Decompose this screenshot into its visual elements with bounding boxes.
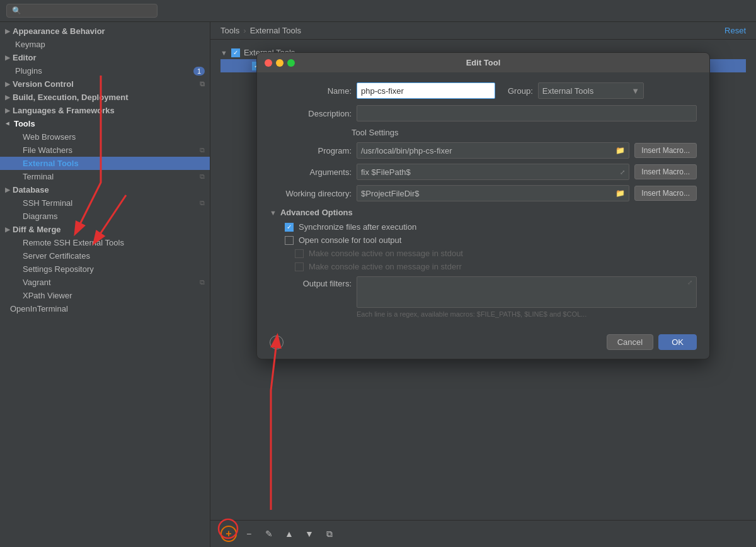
- program-input-wrap: /usr/local/bin/php-cs-fixer 📁 Insert Mac…: [357, 142, 697, 159]
- sidebar-item-label-web-browsers: Web Browsers: [23, 132, 76, 142]
- sync-files-label: Synchronize files after execution: [299, 222, 416, 232]
- make-active-stderr-row: Make console active on message in stderr: [270, 262, 697, 271]
- expand-arrow-lang: ▶: [5, 107, 10, 114]
- description-input[interactable]: [357, 105, 697, 121]
- sidebar-item-label-openinterminal: OpenInTerminal: [10, 304, 68, 313]
- move-down-button[interactable]: ▼: [301, 526, 318, 542]
- sidebar-item-label-external-tools: External Tools: [23, 159, 79, 168]
- sidebar-item-web-browsers[interactable]: Web Browsers: [0, 130, 210, 144]
- expand-arrow-tools: ▼: [4, 121, 11, 127]
- sync-files-row: Synchronize files after execution: [270, 222, 697, 232]
- cancel-button[interactable]: Cancel: [607, 334, 653, 350]
- sidebar-item-diagrams[interactable]: Diagrams: [0, 210, 210, 223]
- main-layout: ▶ Appearance & Behavior Keymap ▶ Editor …: [0, 22, 756, 547]
- sidebar-item-ssh-terminal[interactable]: SSH Terminal ⧉: [0, 196, 210, 210]
- sidebar-item-version-control[interactable]: ▶ Version Control ⧉: [0, 77, 210, 91]
- sidebar-item-build[interactable]: ▶ Build, Execution, Deployment: [0, 91, 210, 104]
- arguments-insert-macro-button[interactable]: Insert Macro...: [634, 164, 697, 179]
- help-button[interactable]: ?: [270, 336, 284, 349]
- close-button[interactable]: [265, 59, 272, 67]
- ok-button[interactable]: OK: [658, 334, 697, 350]
- sidebar-item-label-vagrant: Vagrant: [23, 278, 51, 287]
- name-group-row: Name: Group: External Tools ▼: [270, 82, 697, 99]
- arguments-label: Arguments:: [270, 167, 352, 177]
- description-row: Description:: [270, 105, 697, 121]
- expand-arrow-db: ▶: [5, 186, 10, 193]
- advanced-title: Advanced Options: [280, 208, 353, 217]
- sidebar-item-server-certs[interactable]: Server Certificates: [0, 249, 210, 262]
- edit-button[interactable]: ✎: [261, 526, 277, 542]
- breadcrumb-bar: Tools › External Tools Reset: [210, 22, 756, 40]
- make-active-stdout-checkbox[interactable]: [295, 249, 304, 258]
- sidebar-item-vagrant[interactable]: Vagrant ⧉: [0, 276, 210, 289]
- expand-arrow-vc: ▶: [5, 81, 10, 87]
- folder-icon-program: 📁: [616, 146, 625, 155]
- make-active-stderr-checkbox[interactable]: [295, 262, 304, 271]
- copy-button[interactable]: ⧉: [321, 526, 338, 542]
- sidebar-item-settings-repo[interactable]: Settings Repository: [0, 262, 210, 276]
- expand-icon-args: ⤢: [620, 169, 625, 176]
- sidebar-item-appearance[interactable]: ▶ Appearance & Behavior: [0, 25, 210, 38]
- sidebar-item-label-remote-ssh: Remote SSH External Tools: [23, 238, 124, 247]
- group-select[interactable]: External Tools ▼: [538, 82, 644, 99]
- sidebar-item-languages[interactable]: ▶ Languages & Frameworks: [0, 104, 210, 117]
- program-insert-macro-button[interactable]: Insert Macro...: [634, 143, 697, 158]
- sidebar-item-plugins[interactable]: Plugins 1: [0, 64, 210, 77]
- reset-button[interactable]: Reset: [724, 26, 746, 35]
- working-dir-insert-macro-button[interactable]: Insert Macro...: [634, 186, 697, 201]
- add-button[interactable]: +: [220, 526, 237, 542]
- sidebar-item-external-tools[interactable]: External Tools: [0, 157, 210, 170]
- sidebar-item-database[interactable]: ▶ Database: [0, 183, 210, 196]
- breadcrumb: Tools › External Tools: [220, 26, 301, 35]
- advanced-collapse-arrow: ▼: [270, 209, 277, 217]
- breadcrumb-sep: ›: [243, 26, 246, 35]
- sidebar-item-terminal[interactable]: Terminal ⧉: [0, 170, 210, 183]
- expand-arrow-editor: ▶: [5, 54, 10, 61]
- window-controls: [265, 59, 295, 67]
- sidebar-item-label-tools: Tools: [14, 119, 35, 128]
- output-filters-input[interactable]: ⤢: [357, 276, 697, 308]
- search-icon: 🔍: [12, 6, 21, 15]
- arguments-input-wrap: fix $FilePath$ ⤢ Insert Macro...: [357, 164, 697, 180]
- sidebar-item-editor[interactable]: ▶ Editor: [0, 51, 210, 64]
- copy-icon-fw: ⧉: [200, 146, 205, 154]
- sidebar-item-xpath[interactable]: XPath Viewer: [0, 289, 210, 302]
- working-dir-input[interactable]: $ProjectFileDir$ 📁: [357, 185, 629, 201]
- search-box[interactable]: 🔍: [6, 4, 158, 18]
- sidebar-item-remote-ssh[interactable]: Remote SSH External Tools: [0, 236, 210, 249]
- maximize-button[interactable]: [287, 59, 295, 67]
- sidebar-item-label-file-watchers: File Watchers: [23, 145, 72, 155]
- arguments-input[interactable]: fix $FilePath$ ⤢: [357, 164, 629, 180]
- tool-settings-header: Tool Settings: [270, 128, 697, 137]
- sidebar-item-label-xpath: XPath Viewer: [23, 291, 72, 300]
- edit-tool-modal: Edit Tool Name: Group: External Tools ▼: [256, 52, 710, 359]
- expand-arrow-appearance: ▶: [5, 28, 10, 35]
- program-input[interactable]: /usr/local/bin/php-cs-fixer 📁: [357, 142, 629, 159]
- working-dir-input-wrap: $ProjectFileDir$ 📁 Insert Macro...: [357, 185, 697, 201]
- group-select-value: External Tools: [542, 86, 593, 96]
- advanced-header[interactable]: ▼ Advanced Options: [270, 208, 697, 217]
- arguments-value: fix $FilePath$: [361, 167, 411, 177]
- output-filters-hint: Each line is a regex, available macros: …: [270, 310, 697, 318]
- sidebar-item-file-watchers[interactable]: File Watchers ⧉: [0, 144, 210, 157]
- sidebar-item-label-database: Database: [13, 185, 49, 195]
- name-input[interactable]: [357, 82, 495, 99]
- sidebar-item-label-keymap: Keymap: [15, 40, 45, 49]
- search-input[interactable]: [25, 6, 151, 15]
- sync-files-checkbox[interactable]: [285, 223, 294, 232]
- group-text-label: Group:: [508, 86, 533, 96]
- sidebar-item-tools[interactable]: ▼ Tools: [0, 117, 210, 130]
- sidebar-item-openinterminal[interactable]: OpenInTerminal: [0, 302, 210, 315]
- remove-button[interactable]: −: [241, 526, 257, 542]
- right-panel: Tools › External Tools Reset ▼ External …: [210, 22, 756, 547]
- minimize-button[interactable]: [276, 59, 284, 67]
- sidebar-item-keymap[interactable]: Keymap: [0, 38, 210, 51]
- folder-icon-wd: 📁: [616, 189, 625, 198]
- footer-buttons: Cancel OK: [607, 334, 697, 350]
- top-bar: 🔍: [0, 0, 756, 22]
- open-console-checkbox[interactable]: [285, 236, 294, 245]
- sidebar-item-label-server-certs: Server Certificates: [23, 251, 90, 261]
- move-up-button[interactable]: ▲: [281, 526, 297, 542]
- sidebar-item-diff[interactable]: ▶ Diff & Merge: [0, 223, 210, 236]
- sidebar-item-label-vc: Version Control: [13, 79, 74, 89]
